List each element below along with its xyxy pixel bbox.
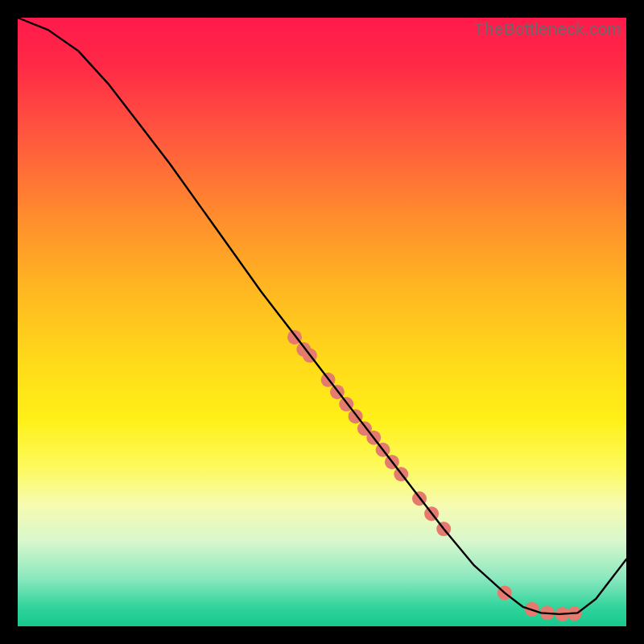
- chart-overlay: [18, 18, 626, 626]
- data-markers: [287, 330, 582, 621]
- chart-frame: TheBottleneck.com: [18, 18, 626, 626]
- curve-line: [18, 18, 626, 614]
